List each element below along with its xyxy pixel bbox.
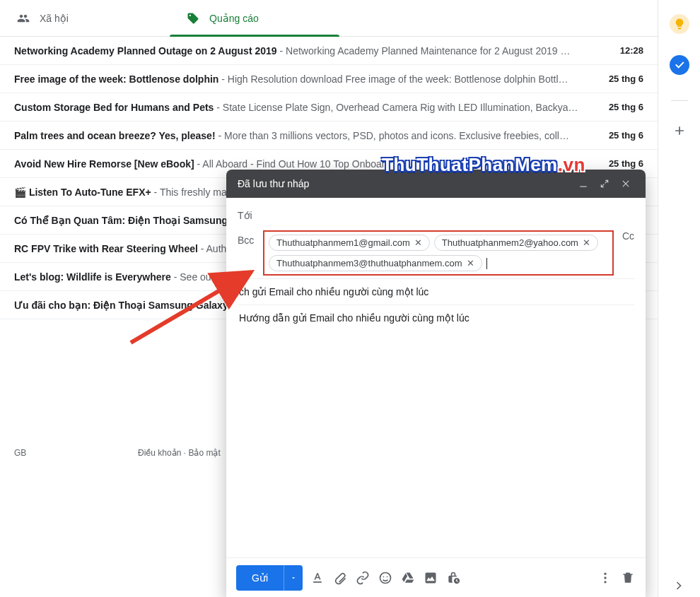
mail-row[interactable]: Free image of the week: Bottlenose dolph…: [0, 65, 658, 93]
text-cursor: [486, 258, 487, 269]
mail-snippet: State License Plate Sign, Overhead Camer…: [223, 102, 578, 113]
svg-point-2: [383, 576, 385, 577]
mail-subject: Let's blog: Wildlife is Everywhere: [14, 271, 171, 283]
tab-social-label: Xã hội: [40, 13, 69, 24]
svg-point-5: [604, 577, 606, 579]
compose-window: Đã lưu thư nháp Tới Bcc Thuthuatphanmem1…: [226, 170, 646, 597]
content-area: Xã hội Quảng cáo Networking Academy Plan…: [0, 0, 658, 597]
image-icon[interactable]: [423, 570, 438, 586]
tasks-icon[interactable]: [670, 55, 689, 75]
send-button[interactable]: Gửi: [236, 565, 284, 591]
mail-snippet: This freshly ma: [160, 187, 227, 198]
mail-date: 25 thg 6: [594, 130, 643, 141]
to-label: Tới: [238, 210, 263, 221]
mail-row[interactable]: Palm trees and ocean breeze? Yes, please…: [0, 122, 658, 150]
svg-point-6: [604, 581, 606, 583]
expand-icon[interactable]: [596, 175, 613, 192]
recipient-chip[interactable]: Thuthuatphanmem2@yahoo.com✕: [434, 235, 598, 251]
format-text-icon[interactable]: [310, 570, 325, 586]
compose-title: Đã lưu thư nháp: [238, 178, 571, 189]
mail-snippet: All Aboard - Find Out How 10 Top Onboard: [202, 158, 390, 170]
mail-row[interactable]: Custom Storage Bed for Humans and Pets -…: [0, 93, 658, 122]
recipient-chip[interactable]: Thuthuatphanmem3@thuthuatphanmem.com✕: [269, 255, 482, 271]
mail-subject: Có Thể Bạn Quan Tâm: Điện Thoại Samsung …: [14, 215, 238, 226]
mail-subject: Networking Academy Planned Outage on 2 A…: [14, 45, 277, 57]
lock-clock-icon[interactable]: [445, 570, 461, 586]
link-icon[interactable]: [355, 570, 371, 586]
chip-remove-icon[interactable]: ✕: [583, 237, 590, 248]
mail-snippet: High Resolution download Free image of t…: [228, 73, 568, 85]
mail-subject: 🎬 Listen To Auto-Tune EFX+: [14, 187, 151, 198]
mail-subject: Palm trees and ocean breeze? Yes, please…: [14, 130, 216, 141]
compose-body[interactable]: Hướng dẫn gửi Email cho nhiều người cùng…: [226, 305, 646, 557]
tab-promotions-label: Quảng cáo: [209, 13, 259, 24]
compose-toolbar: Gửi: [226, 557, 646, 597]
mail-date: 25 thg 6: [594, 102, 643, 112]
svg-point-1: [380, 572, 391, 583]
divider: [671, 100, 688, 101]
mail-snippet: Networking Academy Planned Maintenance f…: [286, 45, 570, 57]
svg-rect-0: [580, 187, 586, 187]
category-tabs: Xã hội Quảng cáo: [0, 0, 658, 37]
mail-subject: Ưu đãi cho bạn: Điện Thoại Samsung Galax…: [14, 300, 238, 311]
tab-social[interactable]: Xã hội: [0, 0, 170, 36]
mail-subject: RC FPV Trike with Rear Steering Wheel: [14, 243, 198, 254]
drive-icon[interactable]: [400, 570, 416, 586]
svg-point-3: [387, 576, 388, 577]
footer-privacy[interactable]: Bảo mật: [188, 448, 220, 458]
people-icon: [17, 12, 30, 25]
footer-terms[interactable]: Điều khoản: [138, 448, 181, 458]
mail-subject: Free image of the week: Bottlenose dolph…: [14, 73, 218, 85]
mail-row[interactable]: Networking Academy Planned Outage on 2 A…: [0, 37, 658, 65]
chip-remove-icon[interactable]: ✕: [467, 258, 474, 268]
send-more-button[interactable]: [284, 565, 303, 591]
bcc-label: Bcc: [238, 230, 263, 246]
footer-storage: GB: [14, 448, 138, 458]
mail-date: 25 thg 6: [594, 73, 643, 84]
tab-promotions[interactable]: Quảng cáo: [170, 0, 339, 36]
mail-subject: Custom Storage Bed for Humans and Pets: [14, 102, 214, 113]
svg-point-4: [604, 572, 606, 574]
add-panel-icon[interactable]: [670, 121, 689, 141]
side-panel: [658, 0, 700, 597]
bcc-chips-highlight: Thuthuatphanmem1@gmail.com✕ Thuthuatphan…: [263, 230, 614, 276]
subject-field[interactable]: ch gửi Email cho nhiều người cùng một lú…: [238, 279, 634, 305]
cc-toggle[interactable]: Cc: [614, 230, 634, 242]
recipient-chip[interactable]: Thuthuatphanmem1@gmail.com✕: [269, 235, 430, 251]
keep-icon[interactable]: [670, 14, 689, 34]
mail-date: 12:28: [594, 45, 643, 56]
mail-subject: Avoid New Hire Remorse [New eBook]: [14, 158, 194, 170]
minimize-icon[interactable]: [575, 175, 592, 192]
chip-remove-icon[interactable]: ✕: [414, 237, 422, 248]
tag-icon: [187, 12, 199, 25]
mail-date: 25 thg 6: [594, 158, 643, 169]
close-icon[interactable]: [617, 175, 634, 192]
emoji-icon[interactable]: [378, 570, 393, 586]
more-vert-icon[interactable]: [597, 570, 613, 586]
trash-icon[interactable]: [620, 570, 636, 586]
compose-titlebar[interactable]: Đã lưu thư nháp: [226, 170, 646, 198]
attach-icon[interactable]: [332, 570, 348, 586]
collapse-panel-icon[interactable]: [672, 579, 686, 593]
mail-snippet: More than 3 millions vectors, PSD, photo…: [224, 130, 569, 141]
mail-snippet: See our con: [180, 271, 233, 283]
